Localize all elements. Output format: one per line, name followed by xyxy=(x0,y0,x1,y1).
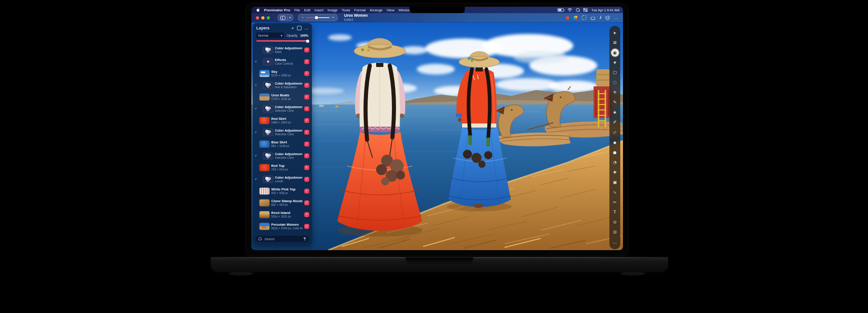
zoom-slider-track[interactable] xyxy=(307,17,330,19)
pen-tool[interactable]: ✎ xyxy=(611,99,619,106)
layer-row[interactable]: ↲ Peruvian Women 5616 × 3744 px, Color A… xyxy=(253,220,312,232)
menu-item[interactable]: Insert xyxy=(315,8,324,12)
layer-visibility-checkbox[interactable]: ✓ xyxy=(304,59,309,64)
layer-visibility-checkbox[interactable]: ✓ xyxy=(304,118,309,123)
add-layer-button[interactable]: + xyxy=(291,26,294,30)
layer-visibility-checkbox[interactable]: ✓ xyxy=(304,200,309,205)
menu-item[interactable]: View xyxy=(387,8,394,12)
layer-thumbnail[interactable] xyxy=(263,58,273,65)
layer-row[interactable]: ↲ Blue Skirt 881 × 1148 px ✓ xyxy=(253,138,312,150)
zoom-in-button[interactable]: + xyxy=(332,16,335,19)
layer-thumbnail[interactable] xyxy=(263,47,273,53)
layer-visibility-checkbox[interactable]: ✓ xyxy=(304,153,309,158)
menu-item[interactable]: Edit xyxy=(304,8,311,12)
layer-visibility-checkbox[interactable]: ✓ xyxy=(304,142,309,147)
smudge-tool[interactable]: ∿ xyxy=(611,189,619,196)
eraser-tool[interactable]: ▭ xyxy=(611,128,619,136)
trim-tool[interactable]: ⊡ xyxy=(611,228,619,236)
minimize-button[interactable] xyxy=(261,16,264,19)
layer-row[interactable]: ↲ Reed Island 5314 × 1631 px ✓ xyxy=(253,209,312,220)
search-input[interactable] xyxy=(264,237,302,241)
apple-menu-icon[interactable] xyxy=(256,8,260,12)
layer-thumbnail[interactable] xyxy=(259,164,269,171)
filter-funnel-icon[interactable] xyxy=(303,237,307,241)
layer-display-options-icon[interactable] xyxy=(297,26,302,30)
blur-tool[interactable]: ● xyxy=(611,149,619,156)
repair-tool[interactable]: ✚ xyxy=(611,169,619,176)
text-tool[interactable]: T xyxy=(611,209,619,216)
layer-visibility-checkbox[interactable]: ✓ xyxy=(304,177,309,182)
layer-thumbnail[interactable] xyxy=(259,188,269,194)
layer-visibility-checkbox[interactable]: ✓ xyxy=(304,130,309,135)
layer-thumbnail[interactable] xyxy=(263,105,273,112)
color-grid-icon[interactable] xyxy=(574,16,577,19)
zoom-slider-control[interactable]: − + xyxy=(298,14,338,21)
layer-thumbnail[interactable] xyxy=(259,223,269,230)
slice-tool[interactable]: ✂ xyxy=(611,199,619,206)
layer-thumbnail[interactable] xyxy=(259,70,269,77)
layers-more-button[interactable]: … xyxy=(304,26,308,30)
layer-row[interactable]: ↲ Color Adjustments Basic ✓ xyxy=(253,44,312,56)
control-center-icon[interactable] xyxy=(583,8,588,12)
layer-visibility-checkbox[interactable]: ✓ xyxy=(304,47,309,52)
layer-thumbnail[interactable] xyxy=(263,176,273,183)
layer-row[interactable]: ↲ Effects Color Controls ✓ xyxy=(253,56,312,67)
history-icon[interactable] xyxy=(605,15,610,20)
more-icon[interactable]: … xyxy=(614,16,618,20)
export-icon[interactable] xyxy=(591,16,595,20)
layer-row[interactable]: ↲ Color Adjustments Selective Color ✓ xyxy=(253,150,312,161)
layer-row[interactable]: ↲ Red Top 703 × 914 px ✓ xyxy=(253,161,312,173)
rect-select-tool[interactable]: ▢ xyxy=(611,69,619,76)
layer-visibility-checkbox[interactable]: ✓ xyxy=(304,165,309,170)
layer-thumbnail[interactable] xyxy=(263,152,273,159)
quick-select-tool[interactable]: ✳ xyxy=(611,89,619,96)
sharpen-tool[interactable]: ◔ xyxy=(611,159,619,166)
layer-visibility-checkbox[interactable]: ✓ xyxy=(304,189,309,194)
layer-row[interactable]: ↲ Clone Stamp Reeds 662 × 449 px ✓ xyxy=(253,197,312,209)
menu-clock[interactable]: Tue Apr 1 9:41 AM xyxy=(591,8,619,12)
layer-row[interactable]: ↲ Red Skirt 1484 × 1504 px ✓ xyxy=(253,114,312,126)
zoom-tool[interactable]: ⊙ xyxy=(611,218,619,226)
layer-visibility-checkbox[interactable]: ✓ xyxy=(304,71,309,76)
layer-row[interactable]: ↲ Sky 5214 × 1656 px ✓ xyxy=(253,67,312,79)
record-indicator[interactable] xyxy=(566,16,569,19)
arrange-tool[interactable]: ➤ xyxy=(611,29,619,37)
layer-visibility-checkbox[interactable]: ✓ xyxy=(304,212,309,217)
fill-tool[interactable]: ◆ xyxy=(611,139,619,147)
layer-thumbnail[interactable] xyxy=(263,82,273,89)
layer-thumbnail[interactable] xyxy=(259,211,269,218)
layer-row[interactable]: ↲ Color Adjustments Levels ✓ xyxy=(253,173,312,185)
layer-row[interactable]: ↲ Color Adjustments Selective Color ✓ xyxy=(253,126,312,138)
layer-search-field[interactable] xyxy=(255,236,309,242)
battery-icon[interactable] xyxy=(557,8,564,12)
close-button[interactable] xyxy=(256,16,259,19)
shape-tool[interactable]: ◈ xyxy=(611,109,619,116)
layer-thumbnail[interactable] xyxy=(259,117,269,124)
menu-item[interactable]: File xyxy=(294,8,300,12)
opacity-slider[interactable] xyxy=(256,40,308,42)
layer-row[interactable]: ↲ Uros Boats 1729 × 1106 px ✓ xyxy=(253,91,312,103)
color-adjustments-tool[interactable]: ◉ xyxy=(611,49,619,57)
clone-tool[interactable]: ▣ xyxy=(611,179,619,186)
info-icon[interactable]: i xyxy=(599,16,601,20)
layer-thumbnail[interactable] xyxy=(259,141,269,147)
blend-mode-select[interactable]: Normal ▾ xyxy=(256,33,284,38)
menu-item[interactable]: Image xyxy=(328,8,338,12)
layer-thumbnail[interactable] xyxy=(263,129,273,136)
effects-tool[interactable]: ★ xyxy=(611,59,619,66)
fullscreen-button[interactable] xyxy=(267,16,270,19)
menu-item[interactable]: Format xyxy=(354,8,366,12)
layer-visibility-checkbox[interactable]: ✓ xyxy=(304,95,309,100)
menu-app-name[interactable]: Pixelmator Pro xyxy=(264,8,290,12)
zoom-out-button[interactable]: − xyxy=(302,16,304,19)
lasso-tool[interactable]: ◌ xyxy=(611,79,619,86)
spotlight-search-icon[interactable] xyxy=(576,8,580,12)
crop-tool[interactable]: ⊞ xyxy=(611,39,619,47)
layer-visibility-checkbox[interactable]: ✓ xyxy=(304,83,309,88)
zoom-slider-knob[interactable] xyxy=(315,16,318,19)
menu-item[interactable]: Tools xyxy=(342,8,350,12)
layer-visibility-checkbox[interactable]: ✓ xyxy=(304,106,309,111)
layer-row[interactable]: ↲ White Pink Top 992 × 926 px ✓ xyxy=(253,185,312,197)
layer-row[interactable]: ↲ Color Adjustments Hue & Saturation ✓ xyxy=(253,79,312,91)
layer-visibility-checkbox[interactable]: ✓ xyxy=(304,224,309,229)
